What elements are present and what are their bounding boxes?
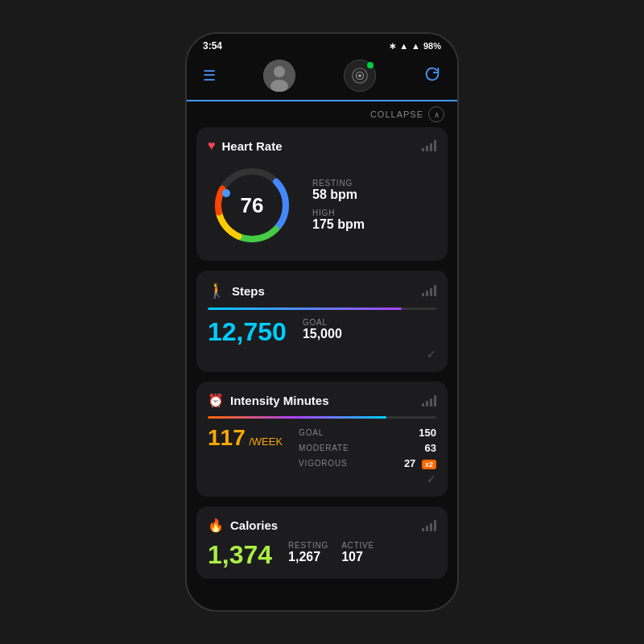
intensity-progress-fill — [208, 416, 386, 419]
intensity-moderate-value: 63 — [425, 442, 436, 454]
refresh-button[interactable] — [423, 65, 441, 87]
steps-chart-icon[interactable] — [422, 285, 436, 296]
calories-header: 🔥 Calories — [208, 518, 436, 533]
steps-goal: GOAL 15,000 — [303, 318, 342, 345]
steps-goal-label: GOAL — [303, 318, 342, 327]
intensity-chart-icon[interactable] — [422, 395, 436, 407]
top-nav: ☰ — [187, 55, 457, 100]
intensity-card: ⏰ Intensity Minutes 117 /WEEK — [196, 382, 448, 497]
steps-content: 12,750 GOAL 15,000 — [208, 318, 436, 345]
steps-header: 🚶 Steps — [208, 282, 436, 299]
intensity-moderate-row: MODERATE 63 — [299, 442, 436, 454]
steps-title: Steps — [232, 284, 265, 298]
intensity-value-group: 117 /WEEK — [208, 427, 283, 449]
intensity-check-icon: ✓ — [427, 473, 436, 485]
bluetooth-icon: ∗ — [389, 41, 396, 52]
calories-icon: 🔥 — [208, 518, 224, 533]
intensity-content: 117 /WEEK GOAL 150 MODERATE 63 VIGOROUS — [208, 427, 436, 469]
calories-active-label: ACTIVE — [341, 541, 374, 550]
status-bar: 3:54 ∗ ▲ ▲ 98% — [187, 34, 457, 55]
calories-value: 1,374 — [208, 542, 272, 568]
heart-rate-title: Heart Rate — [222, 139, 283, 153]
intensity-title: Intensity Minutes — [230, 394, 329, 407]
intensity-vigorous-label: VIGOROUS — [299, 459, 347, 468]
calories-title-row: 🔥 Calories — [208, 518, 278, 533]
user-avatar[interactable] — [263, 60, 295, 92]
menu-button[interactable]: ☰ — [203, 67, 216, 85]
high-value: 175 bpm — [312, 217, 365, 232]
heart-rate-stats: RESTING 58 bpm HIGH 175 bpm — [312, 179, 365, 232]
calories-resting-label: RESTING — [288, 541, 328, 550]
intensity-moderate-label: MODERATE — [299, 444, 349, 452]
calories-chart-icon[interactable] — [422, 520, 436, 531]
steps-goal-value: 15,000 — [303, 327, 342, 341]
vigorous-badge: x2 — [422, 460, 436, 469]
intensity-goal-value: 150 — [419, 427, 436, 439]
intensity-goal-row: GOAL 150 — [299, 427, 436, 439]
battery-icon: 98% — [423, 41, 441, 51]
intensity-vigorous-value: 27 x2 — [404, 457, 436, 469]
steps-progress-fill — [208, 308, 402, 310]
status-time: 3:54 — [203, 40, 222, 52]
intensity-progress-bar — [208, 416, 436, 419]
resting-value: 58 bpm — [312, 188, 365, 202]
steps-title-row: 🚶 Steps — [208, 282, 265, 299]
intensity-icon: ⏰ — [208, 393, 224, 408]
device-icon[interactable] — [344, 60, 376, 92]
check-icon: ✓ — [427, 348, 436, 361]
heart-rate-title-row: ♥ Heart Rate — [208, 138, 283, 153]
collapse-button[interactable]: ∧ — [428, 106, 444, 122]
steps-card: 🚶 Steps 12,750 GOAL 15,000 — [196, 270, 448, 372]
calories-card: 🔥 Calories 1,374 RESTING 1,267 — [196, 506, 448, 579]
high-label: HIGH — [312, 208, 365, 217]
resting-label: RESTING — [312, 179, 365, 188]
intensity-vigorous-row: VIGOROUS 27 x2 — [299, 457, 436, 469]
heart-rate-header: ♥ Heart Rate — [208, 138, 436, 153]
intensity-check: ✓ — [208, 473, 436, 485]
signal-icon: ▲ — [399, 41, 408, 51]
status-icons: ∗ ▲ ▲ 98% — [389, 41, 441, 52]
calories-active-value: 107 — [341, 550, 374, 564]
calories-content: 1,374 RESTING 1,267 ACTIVE 107 — [208, 541, 436, 568]
collapse-label: COLLAPSE — [370, 109, 423, 119]
intensity-title-row: ⏰ Intensity Minutes — [208, 393, 329, 408]
steps-value: 12,750 — [208, 319, 287, 345]
scroll-content[interactable]: ♥ Heart Rate — [187, 127, 457, 610]
resting-stat: RESTING 58 bpm — [312, 179, 365, 202]
heart-rate-chart-icon[interactable] — [422, 140, 436, 151]
intensity-value: 117 — [208, 425, 246, 450]
heart-rate-content: 76 RESTING 58 bpm HIGH 175 bpm — [208, 161, 436, 250]
heart-rate-card: ♥ Heart Rate — [196, 127, 448, 261]
steps-check: ✓ — [208, 348, 436, 361]
high-stat: HIGH 175 bpm — [312, 208, 365, 232]
calories-stats: RESTING 1,267 ACTIVE 107 — [288, 541, 374, 568]
svg-point-1 — [274, 66, 285, 77]
collapse-bar: COLLAPSE ∧ — [187, 101, 457, 127]
intensity-unit: /WEEK — [249, 436, 283, 448]
intensity-stats: GOAL 150 MODERATE 63 VIGOROUS 27 x2 — [299, 427, 436, 469]
calories-title: Calories — [230, 518, 278, 532]
svg-point-11 — [222, 189, 230, 197]
device-online-dot — [367, 62, 374, 68]
calories-active: ACTIVE 107 — [341, 541, 374, 564]
phone-frame: 3:54 ∗ ▲ ▲ 98% ☰ — [185, 32, 459, 612]
heart-icon: ♥ — [208, 138, 216, 153]
calories-resting: RESTING 1,267 — [288, 541, 328, 564]
heart-rate-gauge: 76 — [208, 161, 296, 250]
svg-point-5 — [358, 74, 361, 77]
heart-rate-value: 76 — [241, 193, 264, 218]
intensity-goal-label: GOAL — [299, 428, 324, 437]
steps-icon: 🚶 — [208, 282, 225, 299]
intensity-header: ⏰ Intensity Minutes — [208, 393, 436, 408]
wifi-icon: ▲ — [411, 41, 420, 51]
steps-progress-bar — [208, 308, 436, 310]
calories-resting-value: 1,267 — [288, 550, 328, 564]
